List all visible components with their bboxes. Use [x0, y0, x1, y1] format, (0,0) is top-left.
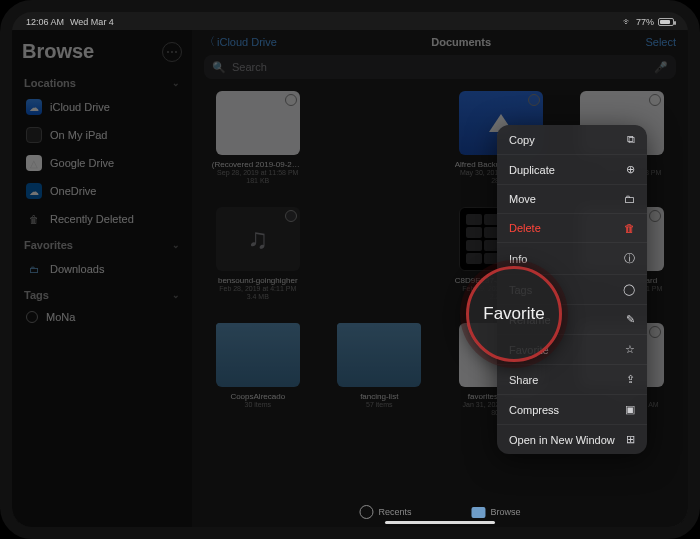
select-circle-icon[interactable] — [285, 94, 297, 106]
clock-icon — [359, 505, 373, 519]
select-circle-icon[interactable] — [649, 326, 661, 338]
trash-icon: 🗑 — [26, 211, 42, 227]
context-label: Share — [509, 374, 538, 386]
status-time: 12:06 AM — [26, 17, 64, 27]
context-label: Duplicate — [509, 164, 555, 176]
tab-browse[interactable]: Browse — [472, 505, 521, 519]
tag-icon — [26, 311, 38, 323]
ipad-icon — [26, 127, 42, 143]
compress-icon: ▣ — [625, 403, 635, 416]
context-label: Info — [509, 253, 527, 265]
file-name: fancing-list — [333, 392, 425, 401]
sidebar-tag-mona[interactable]: MoNa — [22, 305, 182, 329]
file-size: 181 KB — [246, 177, 269, 185]
rename-icon: ✎ — [626, 313, 635, 326]
context-share[interactable]: Share⇪ — [497, 365, 647, 395]
file-date: Sep 28, 2019 at 11:58 PM — [217, 169, 298, 177]
cloud-icon: ☁ — [26, 99, 42, 115]
context-copy[interactable]: Copy⧉ — [497, 125, 647, 155]
search-placeholder: Search — [232, 61, 267, 73]
home-indicator[interactable] — [385, 521, 495, 524]
move-icon: 🗀 — [624, 193, 635, 205]
tags-header[interactable]: Tags⌄ — [22, 283, 182, 305]
context-label: Delete — [509, 222, 541, 234]
file-tile[interactable]: ♫bensound-goinghigherFeb 28, 2019 at 4:1… — [202, 207, 314, 319]
back-button[interactable]: 〈 iCloud Drive — [204, 34, 277, 49]
context-move[interactable]: Move🗀 — [497, 185, 647, 214]
folder-icon: 🗀 — [26, 261, 42, 277]
open-in-new-window-icon: ⊞ — [626, 433, 635, 446]
chevron-down-icon: ⌄ — [172, 78, 180, 88]
sidebar: Browse ⋯ Locations⌄ ☁iCloud Drive On My … — [12, 30, 192, 527]
battery-icon — [658, 18, 674, 26]
favorites-header[interactable]: Favorites⌄ — [22, 233, 182, 255]
context-duplicate[interactable]: Duplicate⊕ — [497, 155, 647, 185]
search-input[interactable]: 🔍 Search 🎤 — [204, 55, 676, 79]
select-button[interactable]: Select — [645, 36, 676, 48]
file-name: bensound-goinghigher — [212, 276, 304, 285]
file-tile[interactable]: CoopsAlrecado30 items — [202, 323, 314, 435]
sidebar-item-recently-deleted[interactable]: 🗑Recently Deleted — [22, 205, 182, 233]
favorite-icon: ☆ — [625, 343, 635, 356]
duplicate-icon: ⊕ — [626, 163, 635, 176]
file-thumbnail: ♫ — [216, 207, 300, 271]
chevron-down-icon: ⌄ — [172, 240, 180, 250]
search-icon: 🔍 — [212, 61, 226, 74]
share-icon: ⇪ — [626, 373, 635, 386]
file-tile[interactable]: (Recovered 2019-09-28, 11_58 (218 items … — [202, 91, 314, 203]
chevron-left-icon: 〈 — [204, 34, 215, 49]
sidebar-item-google-drive[interactable]: △Google Drive — [22, 149, 182, 177]
context-open-in-new-window[interactable]: Open in New Window⊞ — [497, 425, 647, 454]
google-drive-icon: △ — [26, 155, 42, 171]
select-circle-icon[interactable] — [649, 94, 661, 106]
info-icon: ⓘ — [624, 251, 635, 266]
delete-icon: 🗑 — [624, 222, 635, 234]
tab-recents[interactable]: Recents — [359, 505, 411, 519]
battery-pct: 77% — [636, 17, 654, 27]
favorite-callout: Favorite — [466, 266, 562, 362]
file-thumbnail — [337, 323, 421, 387]
context-compress[interactable]: Compress▣ — [497, 395, 647, 425]
context-label: Open in New Window — [509, 434, 615, 446]
onedrive-icon: ☁ — [26, 183, 42, 199]
copy-icon: ⧉ — [627, 133, 635, 146]
file-size: 30 items — [245, 401, 271, 409]
file-size: 57 items — [366, 401, 392, 409]
sidebar-item-icloud-drive[interactable]: ☁iCloud Drive — [22, 93, 182, 121]
select-circle-icon[interactable] — [528, 94, 540, 106]
select-circle-icon[interactable] — [649, 210, 661, 222]
tags-icon: ◯ — [623, 283, 635, 296]
select-circle-icon[interactable] — [285, 210, 297, 222]
context-label: Compress — [509, 404, 559, 416]
context-label: Copy — [509, 134, 535, 146]
context-label: Move — [509, 193, 536, 205]
mic-icon: 🎤 — [654, 61, 668, 74]
main-pane: 〈 iCloud Drive Documents Select 🔍 Search… — [192, 30, 688, 527]
chevron-down-icon: ⌄ — [172, 290, 180, 300]
file-thumbnail — [216, 323, 300, 387]
file-thumbnail — [216, 91, 300, 155]
status-bar: 12:06 AM Wed Mar 4 ᯤ 77% — [12, 12, 688, 30]
sidebar-item-downloads[interactable]: 🗀Downloads — [22, 255, 182, 283]
context-delete[interactable]: Delete🗑 — [497, 214, 647, 243]
file-size: 3.4 MB — [247, 293, 269, 301]
sidebar-title: Browse — [22, 40, 94, 63]
file-date: Feb 28, 2019 at 4:11 PM — [219, 285, 296, 293]
wifi-icon: ᯤ — [623, 17, 632, 27]
locations-header[interactable]: Locations⌄ — [22, 71, 182, 93]
sidebar-item-on-my-ipad[interactable]: On My iPad — [22, 121, 182, 149]
file-name: CoopsAlrecado — [212, 392, 304, 401]
page-title: Documents — [277, 36, 646, 48]
file-tile[interactable]: fancing-list57 items — [324, 323, 436, 435]
sidebar-more-button[interactable]: ⋯ — [162, 42, 182, 62]
sidebar-item-onedrive[interactable]: ☁OneDrive — [22, 177, 182, 205]
file-name: (Recovered 2019-09-28, 11_58 (218 items … — [212, 160, 304, 169]
folder-icon — [472, 507, 486, 518]
status-date: Wed Mar 4 — [70, 17, 114, 27]
